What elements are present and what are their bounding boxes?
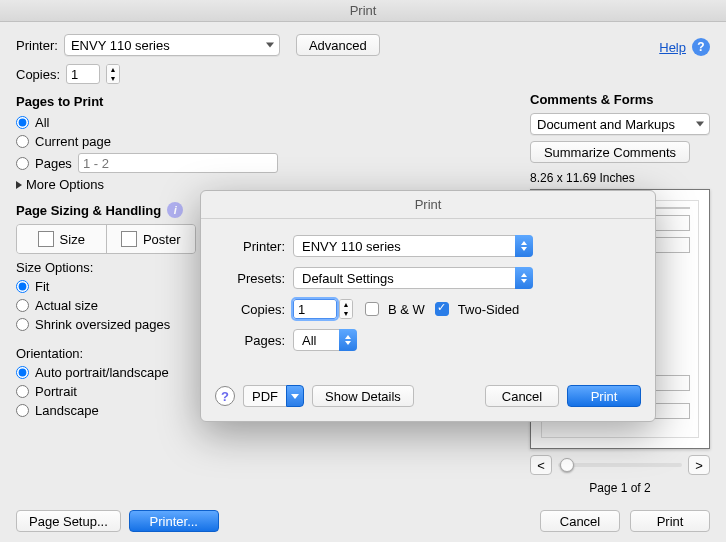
preview-prev-button[interactable]: < <box>530 455 552 475</box>
pages-range-input[interactable] <box>78 153 278 173</box>
dialog-title: Print <box>201 191 655 219</box>
radio-actual[interactable] <box>16 299 29 312</box>
print-button[interactable]: Print <box>630 510 710 532</box>
dialog-print-button[interactable]: Print <box>567 385 641 407</box>
preview-slider[interactable] <box>558 463 682 467</box>
dialog-pages-label: Pages: <box>221 333 293 348</box>
comments-select[interactable]: Document and Markups <box>530 113 710 135</box>
dialog-cancel-button[interactable]: Cancel <box>485 385 559 407</box>
dialog-twosided-checkbox[interactable] <box>435 302 449 316</box>
radio-auto-label: Auto portrait/landscape <box>35 365 169 380</box>
summarize-comments-button[interactable]: Summarize Comments <box>530 141 690 163</box>
chevron-down-icon <box>286 385 304 407</box>
printer-select[interactable]: ENVY 110 series <box>64 34 280 56</box>
printer-dialog-button[interactable]: Printer... <box>129 510 219 532</box>
radio-current[interactable] <box>16 135 29 148</box>
radio-all-label: All <box>35 115 49 130</box>
preview-next-button[interactable]: > <box>688 455 710 475</box>
dialog-presets-select[interactable]: Default Settings <box>293 267 533 289</box>
seg-size-label: Size <box>60 232 85 247</box>
disclosure-triangle-icon <box>16 181 22 189</box>
radio-shrink-label: Shrink oversized pages <box>35 317 170 332</box>
radio-auto-orient[interactable] <box>16 366 29 379</box>
more-options-label: More Options <box>26 177 104 192</box>
copies-label: Copies: <box>16 67 60 82</box>
dialog-pdf-menu[interactable]: PDF <box>243 385 304 407</box>
radio-all[interactable] <box>16 116 29 129</box>
dialog-help-icon[interactable]: ? <box>215 386 235 406</box>
radio-fit-label: Fit <box>35 279 49 294</box>
dialog-copies-label: Copies: <box>221 302 293 317</box>
seg-poster-label: Poster <box>143 232 181 247</box>
comments-forms-title: Comments & Forms <box>530 92 710 107</box>
size-icon <box>38 231 54 247</box>
dialog-presets-label: Presets: <box>221 271 293 286</box>
radio-pages[interactable] <box>16 157 29 170</box>
advanced-button[interactable]: Advanced <box>296 34 380 56</box>
preview-dimensions: 8.26 x 11.69 Inches <box>530 171 710 185</box>
page-setup-button[interactable]: Page Setup... <box>16 510 121 532</box>
radio-landscape[interactable] <box>16 404 29 417</box>
radio-current-label: Current page <box>35 134 111 149</box>
dialog-copies-stepper[interactable]: ▲▼ <box>339 299 353 319</box>
poster-icon <box>121 231 137 247</box>
radio-portrait-label: Portrait <box>35 384 77 399</box>
dialog-printer-label: Printer: <box>221 239 293 254</box>
sizing-handling-title: Page Sizing & Handling <box>16 203 161 218</box>
dialog-pages-select[interactable]: All <box>293 329 357 351</box>
radio-landscape-label: Landscape <box>35 403 99 418</box>
printer-label: Printer: <box>16 38 58 53</box>
radio-actual-label: Actual size <box>35 298 98 313</box>
radio-pages-label: Pages <box>35 156 72 171</box>
dialog-pdf-label: PDF <box>243 385 286 407</box>
dialog-bw-checkbox[interactable] <box>365 302 379 316</box>
preview-page-info: Page 1 of 2 <box>530 481 710 495</box>
system-print-dialog: Print Printer: ENVY 110 series Presets: … <box>200 190 656 422</box>
info-icon[interactable]: i <box>167 202 183 218</box>
copies-input[interactable] <box>66 64 100 84</box>
window-titlebar: Print <box>0 0 726 22</box>
sizing-segmented-control[interactable]: Size Poster <box>16 224 196 254</box>
dialog-show-details-button[interactable]: Show Details <box>312 385 414 407</box>
dialog-twosided-label: Two-Sided <box>458 302 519 317</box>
dialog-printer-select[interactable]: ENVY 110 series <box>293 235 533 257</box>
dialog-bw-label: B & W <box>388 302 425 317</box>
radio-fit[interactable] <box>16 280 29 293</box>
dialog-copies-input[interactable] <box>293 299 337 319</box>
cancel-button[interactable]: Cancel <box>540 510 620 532</box>
radio-portrait[interactable] <box>16 385 29 398</box>
copies-stepper[interactable]: ▲▼ <box>106 64 120 84</box>
radio-shrink[interactable] <box>16 318 29 331</box>
